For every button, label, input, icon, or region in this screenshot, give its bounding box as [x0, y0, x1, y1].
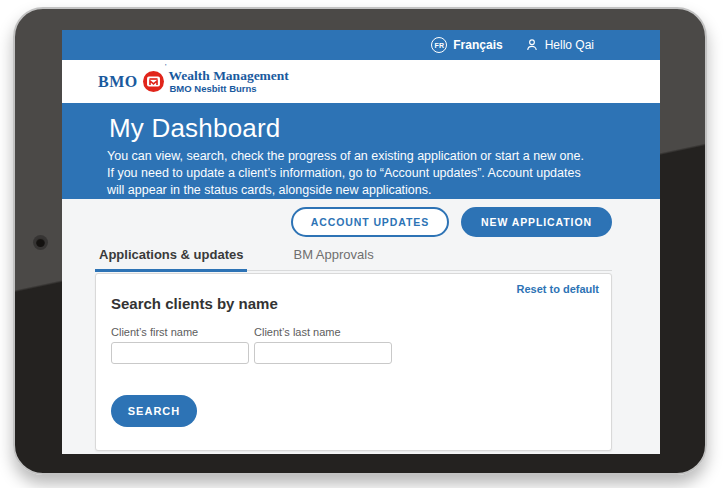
tab-applications-updates[interactable]: Applications & updates — [95, 241, 247, 272]
first-name-label: Client’s first name — [111, 326, 249, 338]
tablet-camera — [36, 238, 45, 247]
trademark-mark: ’ — [165, 62, 167, 71]
language-label: Français — [453, 38, 502, 52]
user-icon — [525, 38, 539, 52]
bmo-roundel-icon — [143, 71, 164, 92]
user-greeting: Hello Qai — [545, 38, 594, 52]
tab-bar: Applications & updates BM Approvals — [95, 241, 612, 271]
search-clients-card: Reset to default Search clients by name … — [95, 273, 612, 451]
tab-bm-approvals[interactable]: BM Approvals — [289, 241, 377, 272]
last-name-field-group: Client’s last name — [254, 326, 392, 364]
page-title: My Dashboard — [109, 113, 660, 144]
app-screen: FR Français Hello Qai BMO — [62, 30, 660, 454]
new-application-button[interactable]: NEW APPLICATION — [461, 207, 612, 237]
bmo-wordmark: BMO — [98, 73, 138, 91]
brand-line1: Wealth Management — [169, 68, 289, 84]
main-content: ACCOUNT UPDATES NEW APPLICATION Applicat… — [62, 199, 660, 454]
logo-bar: BMO ’ Wealth Management BMO Nesbitt Burn… — [62, 60, 660, 103]
page-description: You can view, search, check the progress… — [107, 148, 585, 199]
language-fr-icon: FR — [431, 37, 447, 53]
mockup-stage: FR Français Hello Qai BMO — [0, 0, 723, 488]
search-card-title: Search clients by name — [111, 295, 599, 312]
last-name-label: Client’s last name — [254, 326, 392, 338]
search-fields: Client’s first name Client’s last name — [111, 326, 599, 364]
dashboard-hero: My Dashboard You can view, search, check… — [62, 103, 660, 199]
first-name-field-group: Client’s first name — [111, 326, 249, 364]
user-menu[interactable]: Hello Qai — [525, 38, 594, 52]
search-button[interactable]: SEARCH — [111, 395, 197, 427]
last-name-input[interactable] — [254, 342, 392, 364]
action-buttons: ACCOUNT UPDATES NEW APPLICATION — [95, 199, 660, 237]
tablet-frame: FR Français Hello Qai BMO — [13, 7, 707, 475]
language-switcher[interactable]: FR Français — [431, 37, 502, 53]
utility-bar: FR Français Hello Qai — [62, 30, 660, 60]
account-updates-button[interactable]: ACCOUNT UPDATES — [291, 207, 449, 237]
first-name-input[interactable] — [111, 342, 249, 364]
reset-to-default-link[interactable]: Reset to default — [516, 283, 599, 295]
brand-line2: BMO Nesbitt Burns — [170, 84, 289, 95]
